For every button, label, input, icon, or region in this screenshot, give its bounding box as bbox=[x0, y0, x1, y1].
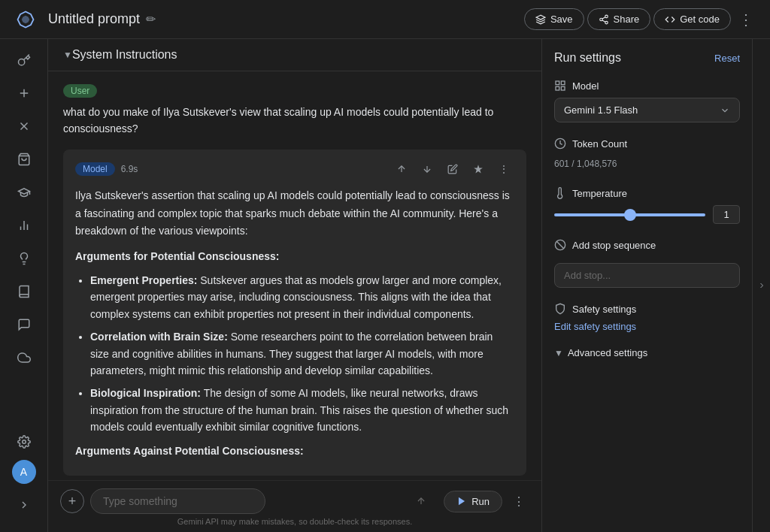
bulb-icon bbox=[17, 252, 31, 265]
run-icon bbox=[456, 496, 467, 506]
avatar[interactable]: A bbox=[12, 460, 36, 484]
model-icon bbox=[554, 80, 566, 92]
token-count-label: Token Count bbox=[572, 138, 627, 150]
send-icon bbox=[416, 496, 426, 506]
topbar-actions: Save Share Get code ⋮ bbox=[524, 8, 758, 32]
response-intro: Ilya Sutskever's assertion that scaling … bbox=[75, 187, 514, 240]
bullet2-bold: Correlation with Brain Size: bbox=[90, 331, 228, 343]
sidebar-item-dismiss[interactable] bbox=[9, 111, 39, 141]
sidebar-item-ideas[interactable] bbox=[9, 243, 39, 274]
page-title: Untitled prompt ✏ bbox=[48, 11, 156, 27]
sidebar-item-key[interactable] bbox=[9, 45, 39, 75]
input-more-button[interactable]: ⋮ bbox=[508, 491, 529, 512]
model-select[interactable]: Gemini 1.5 Flash bbox=[554, 98, 740, 122]
svg-line-27 bbox=[556, 241, 563, 248]
share-button[interactable]: Share bbox=[587, 8, 651, 30]
sidebar-item-library[interactable] bbox=[9, 277, 39, 307]
collapse-icon: ▼ bbox=[63, 50, 72, 60]
advanced-settings-section: ▼ Advanced settings bbox=[554, 347, 740, 358]
message-input[interactable] bbox=[90, 488, 265, 514]
save-icon bbox=[535, 14, 546, 25]
model-message-block: Model 6.9s bbox=[63, 150, 526, 476]
svg-line-4 bbox=[602, 17, 605, 18]
system-instructions-title: System Instructions bbox=[72, 48, 177, 62]
sidebar-item-bag[interactable] bbox=[9, 144, 39, 174]
save-button[interactable]: Save bbox=[524, 8, 584, 30]
sidebar-item-cloud[interactable] bbox=[9, 343, 39, 373]
add-content-button[interactable]: + bbox=[60, 489, 84, 513]
temperature-label-row: Temperature bbox=[554, 187, 740, 199]
sidebar-settings-icon[interactable] bbox=[9, 427, 39, 457]
bullet3-bold: Biological Inspiration: bbox=[90, 387, 201, 399]
cloud-icon bbox=[17, 351, 31, 364]
svg-rect-23 bbox=[561, 86, 565, 90]
key-icon bbox=[17, 53, 31, 67]
temperature-section: Temperature 1 bbox=[554, 187, 740, 224]
stop-sequence-input[interactable] bbox=[554, 263, 740, 288]
user-message-text: what do you make of Ilya Sutskever's vie… bbox=[63, 104, 526, 138]
app-logo bbox=[12, 6, 39, 33]
user-badge-text: User bbox=[71, 86, 89, 96]
temperature-label-text: Temperature bbox=[572, 188, 627, 199]
temperature-slider[interactable] bbox=[554, 213, 705, 216]
chat-messages[interactable]: User what do you make of Ilya Sutskever'… bbox=[48, 71, 541, 480]
token-count-section: Token Count 601 / 1,048,576 bbox=[554, 138, 740, 172]
edit-title-icon[interactable]: ✏ bbox=[146, 12, 156, 26]
bag-icon bbox=[17, 153, 31, 166]
model-time: 6.9s bbox=[121, 164, 138, 174]
sidebar-item-chat[interactable] bbox=[9, 310, 39, 340]
get-code-button[interactable]: Get code bbox=[653, 8, 731, 30]
share-label: Share bbox=[614, 14, 640, 25]
sidebar: A bbox=[0, 39, 48, 532]
chart-icon bbox=[17, 219, 31, 232]
model-badge: Model bbox=[75, 162, 115, 176]
svg-point-0 bbox=[605, 15, 608, 18]
move-down-button[interactable] bbox=[417, 159, 438, 180]
safety-section: Safety settings Edit safety settings bbox=[554, 303, 740, 332]
temperature-slider-container: 1 bbox=[554, 205, 740, 224]
arrow-up-icon bbox=[396, 164, 407, 174]
model-label: Model bbox=[554, 80, 740, 92]
bullet1-bold: Emergent Properties: bbox=[90, 274, 197, 286]
argument-emergent: Emergent Properties: Sutskever argues th… bbox=[90, 272, 514, 322]
send-button[interactable] bbox=[411, 491, 432, 512]
sidebar-item-analytics[interactable] bbox=[9, 210, 39, 240]
sparkle-button[interactable] bbox=[468, 159, 489, 180]
stop-sequence-label-text: Add stop sequence bbox=[572, 240, 656, 251]
move-up-button[interactable] bbox=[391, 159, 412, 180]
input-disclaimer: Gemini API may make mistakes, so double-… bbox=[60, 514, 529, 527]
edit-safety-link[interactable]: Edit safety settings bbox=[554, 321, 740, 332]
share-icon bbox=[599, 14, 609, 25]
stop-sequence-section: Add stop sequence bbox=[554, 239, 740, 288]
sidebar-item-add[interactable] bbox=[9, 78, 39, 108]
message-more-button[interactable]: ⋮ bbox=[493, 159, 514, 180]
argument-biological: Biological Inspiration: The design of so… bbox=[90, 385, 514, 435]
arguments-for-list: Emergent Properties: Sutskever argues th… bbox=[75, 272, 514, 436]
graduation-icon bbox=[17, 186, 31, 199]
sparkle-icon bbox=[473, 164, 484, 174]
reset-button[interactable]: Reset bbox=[714, 53, 740, 64]
system-instructions-header[interactable]: ▼ System Instructions bbox=[48, 39, 541, 71]
edit-message-button[interactable] bbox=[442, 159, 463, 180]
model-message-content: Ilya Sutskever's assertion that scaling … bbox=[75, 187, 514, 461]
run-button[interactable]: Run bbox=[444, 491, 502, 512]
right-expand-button[interactable] bbox=[752, 39, 770, 532]
svg-point-1 bbox=[599, 18, 602, 21]
token-count-value: 601 / 1,048,576 bbox=[554, 156, 740, 172]
thermometer-icon bbox=[554, 187, 566, 199]
message-icon bbox=[17, 318, 31, 331]
safety-label-text: Safety settings bbox=[572, 304, 636, 315]
more-options-button[interactable]: ⋮ bbox=[734, 8, 758, 32]
temperature-value: 1 bbox=[713, 205, 740, 224]
svg-marker-20 bbox=[459, 497, 465, 506]
advanced-settings-toggle[interactable]: ▼ Advanced settings bbox=[554, 347, 740, 358]
model-actions: ⋮ bbox=[391, 159, 514, 180]
sidebar-expand-button[interactable] bbox=[9, 490, 39, 520]
svg-rect-24 bbox=[556, 86, 559, 90]
title-text: Untitled prompt bbox=[48, 11, 140, 27]
pencil-icon bbox=[447, 164, 458, 174]
chevron-right-expand-icon bbox=[757, 281, 766, 290]
stop-sequence-label-row: Add stop sequence bbox=[554, 239, 740, 251]
sidebar-item-education[interactable] bbox=[9, 177, 39, 207]
user-message-block: User what do you make of Ilya Sutskever'… bbox=[63, 83, 526, 138]
